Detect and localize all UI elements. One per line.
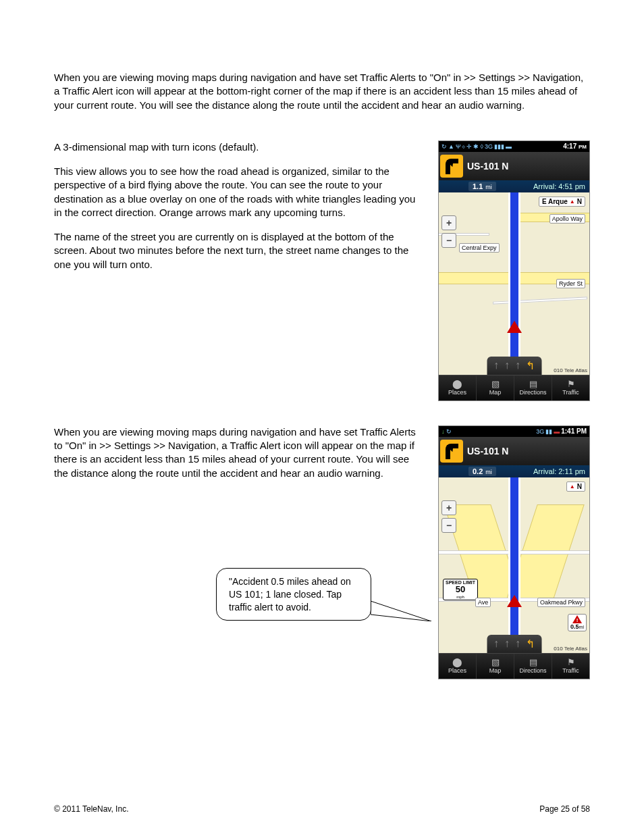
status-bar: ↻ ▲ Ψ ⟐ ✛ ✱ ◊ 3G ▮▮▮ ▬ 4:17 PM xyxy=(439,141,589,152)
sync-icon: ↻ xyxy=(446,428,452,435)
status-bar: ↓ ↻ 3G ▮▮ ▬ 1:41 PM xyxy=(439,426,589,437)
bottom-nav: ⬤Places ▧Map ▤Directions ⚑Traffic xyxy=(439,375,589,400)
signal-icon: ▮▮▮ xyxy=(494,143,504,150)
street-label-ryder: Ryder St xyxy=(556,279,585,288)
compass-indicator: E Arque ▲ N xyxy=(539,197,585,207)
vibrate-icon: ◊ xyxy=(480,143,483,150)
list-icon: ▤ xyxy=(529,380,537,388)
turn-left-icon xyxy=(440,440,463,463)
battery-low-icon: ▬ xyxy=(554,428,560,435)
lane-arrow-active-icon: ↰ xyxy=(526,359,535,372)
section1-p1: A 3-dimensional map with turn icons (def… xyxy=(54,140,426,154)
map-icon: ▧ xyxy=(491,380,500,388)
tab-directions[interactable]: ▤Directions xyxy=(514,654,552,679)
lane-arrow-icon: ↑ xyxy=(515,359,520,372)
tab-places[interactable]: ⬤Places xyxy=(439,375,477,400)
map-canvas[interactable]: E Arque ▲ N + − Apollo Way Central Expy … xyxy=(439,192,589,375)
section1-p2: This view allows you to see how the road… xyxy=(54,165,426,219)
navigation-header: US-101 N xyxy=(439,437,589,465)
3g-icon: 3G xyxy=(485,143,493,150)
status-time: 4:17 PM xyxy=(563,142,587,150)
copyright: © 2011 TeleNav, Inc. xyxy=(54,804,128,814)
map-icon: ▧ xyxy=(491,658,500,667)
document-page: When you are viewing moving maps during … xyxy=(0,0,644,834)
bluetooth-icon: ✱ xyxy=(473,143,479,150)
lane-guidance: ↑ ↑ ↑ ↰ xyxy=(487,635,541,653)
section-3d-map: A 3-dimensional map with turn icons (def… xyxy=(54,140,590,401)
route-overlay xyxy=(508,477,520,653)
notif-icon: ▲ xyxy=(448,143,454,150)
callout-leader-line xyxy=(371,594,431,621)
section1-p3: The name of the street you are currently… xyxy=(54,230,426,271)
battery-icon: ▬ xyxy=(506,143,512,150)
page-number: Page 25 of 58 xyxy=(539,804,590,814)
tab-map[interactable]: ▧Map xyxy=(477,654,514,679)
intro-paragraph: When you are viewing moving maps during … xyxy=(54,71,590,112)
warning-icon: ! xyxy=(572,615,582,623)
lane-arrow-icon: ↑ xyxy=(493,637,499,650)
compass-indicator: ▲ N xyxy=(566,481,585,492)
arrival-time: Arrival: 4:51 pm xyxy=(533,182,585,190)
audio-warning-callout: "Accident 0.5 miles ahead on US 101; 1 l… xyxy=(216,568,371,621)
traffic-alert-badge[interactable]: ! 0.5mi xyxy=(568,614,587,631)
info-row: 1.1 mi Arrival: 4:51 pm xyxy=(439,180,589,192)
svg-text:!: ! xyxy=(576,617,579,623)
distance-to-turn: 0.2 mi xyxy=(468,467,496,476)
current-position-icon xyxy=(507,313,522,333)
section2-p1: When you are viewing moving maps during … xyxy=(54,425,426,480)
callout-text: "Accident 0.5 miles ahead on US 101; 1 l… xyxy=(229,576,351,613)
sync-icon: ↻ xyxy=(441,143,447,150)
status-time: 1:41 PM xyxy=(561,427,587,435)
tab-traffic[interactable]: ⚑Traffic xyxy=(552,654,589,679)
3g-icon: 3G xyxy=(536,428,544,435)
lane-arrow-active-icon: ↰ xyxy=(526,637,535,650)
lane-guidance: ↑ ↑ ↑ ↰ xyxy=(487,357,541,375)
lane-arrow-icon: ↑ xyxy=(504,359,510,372)
zoom-out-button[interactable]: − xyxy=(441,518,456,533)
signal-icon: ▮▮ xyxy=(545,428,552,435)
debug-icon: ⟐ xyxy=(462,143,465,150)
street-label-apollo: Apollo Way xyxy=(549,214,585,224)
traffic-icon: ⚑ xyxy=(567,380,575,388)
road-name: US-101 N xyxy=(467,446,589,457)
map-attribution: 010 Tele Atlas xyxy=(554,367,587,373)
navigation-header: US-101 N xyxy=(439,152,589,180)
bottom-nav: ⬤Places ▧Map ▤Directions ⚑Traffic xyxy=(439,653,589,679)
list-icon: ▤ xyxy=(529,658,537,667)
route-overlay xyxy=(508,192,520,375)
tab-traffic[interactable]: ⚑Traffic xyxy=(552,375,589,400)
turn-left-icon xyxy=(440,155,463,178)
page-footer: © 2011 TeleNav, Inc. Page 25 of 58 xyxy=(54,804,590,814)
map-canvas[interactable]: ▲ N + − SPEED LIMIT 50 mph Ave Oakmead P… xyxy=(439,477,589,653)
zoom-in-button[interactable]: + xyxy=(441,215,456,230)
tab-directions[interactable]: ▤Directions xyxy=(514,375,552,400)
section1-text: A 3-dimensional map with turn icons (def… xyxy=(54,140,426,401)
lane-arrow-icon: ↑ xyxy=(493,359,499,372)
download-icon: ↓ xyxy=(441,428,445,435)
pin-icon: ⬤ xyxy=(452,658,462,667)
map-attribution: 010 Tele Atlas xyxy=(554,646,587,652)
zoom-in-button[interactable]: + xyxy=(441,500,456,515)
section-traffic-alert: When you are viewing moving maps during … xyxy=(54,425,590,679)
street-label-central: Central Expy xyxy=(459,243,500,253)
gps-icon: ✛ xyxy=(466,143,472,150)
section2-text: When you are viewing moving maps during … xyxy=(54,425,426,621)
screenshot-3d-map: ↻ ▲ Ψ ⟐ ✛ ✱ ◊ 3G ▮▮▮ ▬ 4:17 PM US-101 N xyxy=(438,140,590,401)
street-label-ave: Ave xyxy=(475,598,491,607)
lane-arrow-icon: ↑ xyxy=(504,637,510,650)
current-position-icon xyxy=(507,588,522,607)
arrival-time: Arrival: 2:11 pm xyxy=(533,467,585,475)
distance-to-turn: 1.1 mi xyxy=(468,182,496,191)
traffic-icon: ⚑ xyxy=(567,658,575,667)
speed-limit-sign: SPEED LIMIT 50 mph xyxy=(443,579,478,601)
street-label-oakmead: Oakmead Pkwy xyxy=(537,598,585,607)
lane-arrow-icon: ↑ xyxy=(515,637,520,650)
usb-icon: Ψ xyxy=(456,143,461,150)
info-row: 0.2 mi Arrival: 2:11 pm xyxy=(439,465,589,477)
screenshot-traffic-alert: ↓ ↻ 3G ▮▮ ▬ 1:41 PM US-101 N 0.2 mi Arri… xyxy=(438,425,590,679)
road-name: US-101 N xyxy=(467,161,589,172)
zoom-out-button[interactable]: − xyxy=(441,233,456,248)
tab-places[interactable]: ⬤Places xyxy=(439,654,477,679)
pin-icon: ⬤ xyxy=(452,380,462,388)
tab-map[interactable]: ▧Map xyxy=(477,375,514,400)
